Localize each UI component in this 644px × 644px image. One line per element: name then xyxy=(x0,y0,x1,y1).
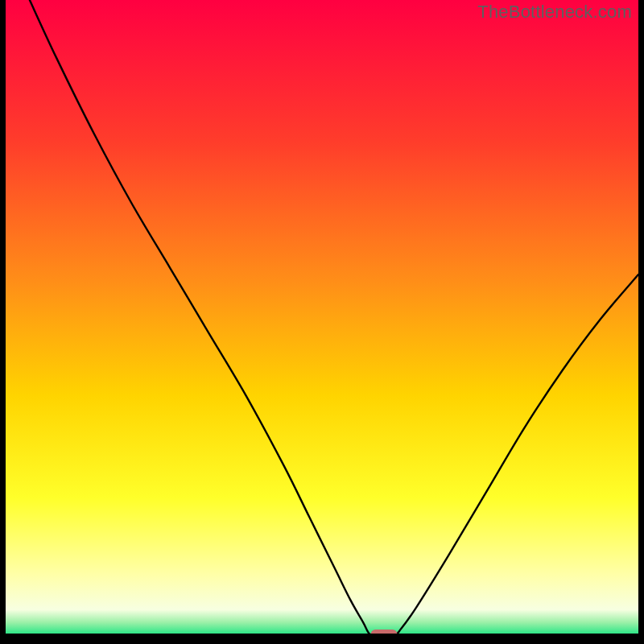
chart-frame: TheBottleneck.com xyxy=(6,0,638,638)
bottleneck-chart xyxy=(6,0,638,638)
watermark-text: TheBottleneck.com xyxy=(477,2,632,23)
x-axis-baseline xyxy=(6,634,638,638)
